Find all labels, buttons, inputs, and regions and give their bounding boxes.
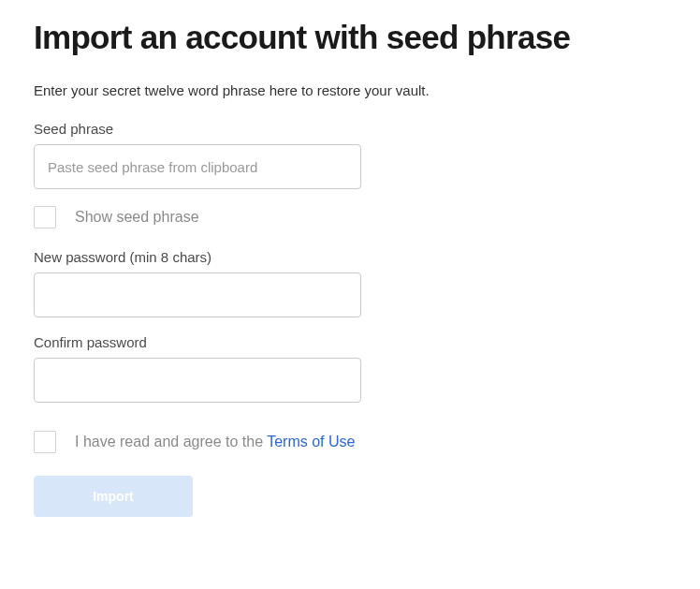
confirm-password-label: Confirm password	[34, 334, 666, 350]
seed-phrase-label: Seed phrase	[34, 121, 666, 137]
subtitle: Enter your secret twelve word phrase her…	[34, 82, 666, 98]
show-seed-phrase-row: Show seed phrase	[34, 206, 666, 228]
confirm-password-input[interactable]	[34, 358, 361, 403]
import-button[interactable]: Import	[34, 476, 193, 517]
terms-link[interactable]: Terms of Use	[267, 434, 355, 449]
new-password-input[interactable]	[34, 272, 361, 317]
seed-phrase-input[interactable]	[34, 144, 361, 189]
terms-checkbox[interactable]	[34, 431, 56, 453]
confirm-password-group: Confirm password	[34, 334, 666, 403]
page-title: Import an account with seed phrase	[34, 19, 666, 56]
terms-row: I have read and agree to the Terms of Us…	[34, 431, 666, 453]
show-seed-phrase-checkbox[interactable]	[34, 206, 56, 228]
terms-text: I have read and agree to the Terms of Us…	[75, 434, 355, 450]
new-password-group: New password (min 8 chars)	[34, 249, 666, 317]
show-seed-phrase-label: Show seed phrase	[75, 209, 199, 226]
terms-prefix: I have read and agree to the	[75, 434, 267, 449]
new-password-label: New password (min 8 chars)	[34, 249, 666, 265]
seed-phrase-group: Seed phrase	[34, 121, 666, 189]
